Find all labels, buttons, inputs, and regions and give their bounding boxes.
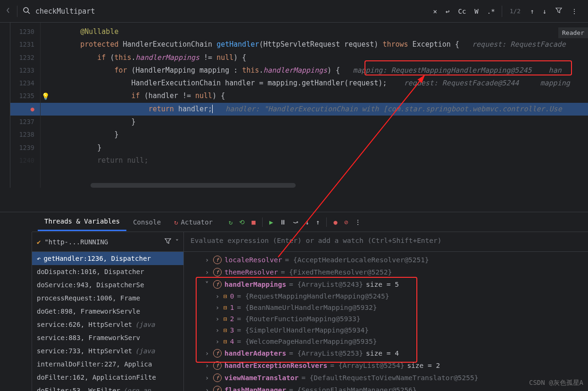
field-icon: f xyxy=(213,374,222,382)
step-out-icon[interactable]: ↑ xyxy=(316,218,320,226)
field-icon: f xyxy=(213,268,222,276)
regex-toggle[interactable]: .* xyxy=(485,6,497,17)
check-icon: ✔ xyxy=(37,238,41,246)
stack-frame[interactable]: service:883, FrameworkServ xyxy=(32,331,183,344)
variable-row[interactable]: ›f viewNameTranslator = {DefaultRequestT… xyxy=(184,372,588,384)
frames-panel: ✔ "http-...RUNNING ˅ ↶getHandler:1236, D… xyxy=(32,232,184,391)
chevron-right-icon[interactable]: › xyxy=(204,362,210,369)
tab-console[interactable]: Console xyxy=(126,214,167,231)
field-icon: f xyxy=(213,256,222,264)
view-breakpoints-icon[interactable]: ● xyxy=(333,218,337,226)
step-over-icon[interactable]: ⤻ xyxy=(293,218,298,226)
resume-icon[interactable]: ▶ xyxy=(269,218,273,226)
svg-line-1 xyxy=(28,12,30,14)
words-toggle[interactable]: W xyxy=(472,6,480,17)
next-match-icon[interactable]: ↓ xyxy=(541,6,548,17)
thread-selector[interactable]: ✔ "http-...RUNNING ˅ xyxy=(32,232,183,252)
left-margin xyxy=(0,23,10,188)
search-bar: ✕ ↩ Cc W .* 1/2 ↑ ↓ ⋮ xyxy=(0,0,588,23)
match-case-toggle[interactable]: Cc xyxy=(456,6,468,17)
chevron-right-icon[interactable]: › xyxy=(204,386,210,391)
chevron-down-icon[interactable]: ˅ xyxy=(175,238,179,246)
more-icon[interactable]: ⋮ xyxy=(569,6,580,17)
restart-icon[interactable]: ⟲ xyxy=(239,218,245,226)
watermark: CSDN @灰色孤星A xyxy=(529,379,583,387)
field-icon: f xyxy=(213,386,222,391)
pause-icon[interactable]: ⏸ xyxy=(280,218,286,226)
step-into-icon[interactable]: ↓ xyxy=(305,218,309,226)
nav-prev-icon[interactable] xyxy=(4,5,12,17)
prev-match-icon[interactable]: ↑ xyxy=(528,6,536,17)
annotation-highlight-1 xyxy=(364,60,572,75)
search-icon xyxy=(22,6,31,16)
panel-divider[interactable] xyxy=(0,188,588,212)
stack-frame[interactable]: doService:943, DispatcherSe xyxy=(32,278,183,291)
stack-frame[interactable]: processRequest:1006, Frame xyxy=(32,291,183,305)
undo-icon: ↶ xyxy=(37,255,41,262)
match-count: 1/2 xyxy=(507,8,523,15)
history-icon[interactable]: ↩ xyxy=(444,6,451,17)
filter-icon[interactable] xyxy=(164,237,172,246)
chevron-right-icon[interactable]: › xyxy=(204,374,210,382)
horizontal-scrollbar[interactable] xyxy=(91,183,296,188)
annotation-highlight-2 xyxy=(196,277,417,363)
gutter-icons: 💡 xyxy=(41,23,50,188)
search-input[interactable] xyxy=(35,7,309,16)
variables-panel: Evaluate expression (Enter) or add a wat… xyxy=(184,232,588,391)
tab-actuator[interactable]: ↻Actuator xyxy=(167,214,219,231)
more-debug-icon[interactable]: ⋮ xyxy=(355,218,361,226)
stop-icon[interactable]: ■ xyxy=(251,218,255,226)
code-editor[interactable]: 123012311232 123312341235 ●12371238 1239… xyxy=(10,23,588,188)
stack-frame[interactable]: service:733, HttpServlet (java xyxy=(32,344,183,358)
svg-point-0 xyxy=(24,8,28,12)
stack-frame[interactable]: internalDoFilter:227, Applica xyxy=(32,358,183,371)
variable-row[interactable]: ›f localeResolver = {AcceptHeaderLocaleR… xyxy=(184,254,588,266)
rerun-icon[interactable]: ↻ xyxy=(229,218,232,226)
mute-breakpoints-icon[interactable]: ⊘ xyxy=(344,218,348,226)
tab-threads-variables[interactable]: Threads & Variables xyxy=(38,213,126,231)
stack-frame[interactable]: doFilter:162, ApplicationFilte xyxy=(32,371,183,384)
variable-row[interactable]: ›f flashMapManager = {SessionFlashMapMan… xyxy=(184,384,588,391)
chevron-right-icon[interactable]: › xyxy=(204,256,210,264)
close-icon[interactable]: ✕ xyxy=(431,6,439,17)
stack-frame[interactable]: doGet:898, FrameworkServle xyxy=(32,305,183,318)
debug-tabs: Threads & Variables Console ↻Actuator ↻ … xyxy=(32,212,588,232)
gutter: 123012311232 123312341235 ●12371238 1239… xyxy=(10,23,41,188)
chevron-right-icon[interactable]: › xyxy=(204,268,210,276)
stack-frame[interactable]: doDispatch:1016, Dispatcher xyxy=(32,265,183,278)
stack-frame[interactable]: doFilter:53, WsFilter (org.ap xyxy=(32,384,183,391)
filter-icon[interactable] xyxy=(553,5,564,17)
stack-frame[interactable]: service:626, HttpServlet (java xyxy=(32,318,183,331)
bulb-icon[interactable]: 💡 xyxy=(41,90,50,102)
stack-frame[interactable]: ↶getHandler:1236, Dispatcher xyxy=(32,252,183,265)
evaluate-input[interactable]: Evaluate expression (Enter) or add a wat… xyxy=(184,232,588,252)
